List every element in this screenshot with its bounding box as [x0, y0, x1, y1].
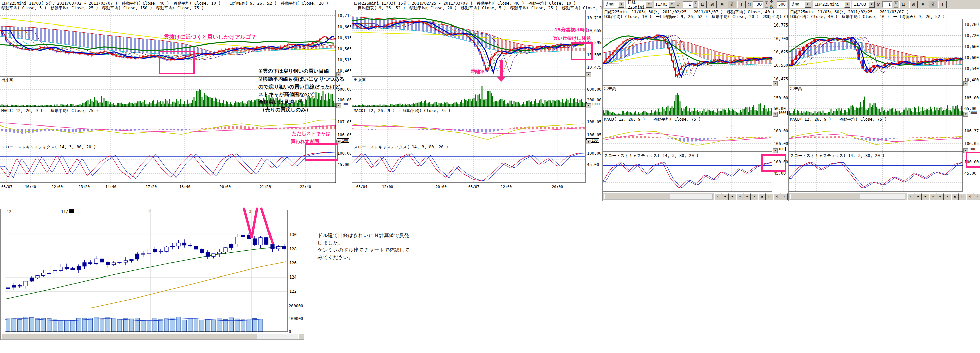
macd-pane-label: MACD( 12, 26, 9 ) 移動平均( Close, 75 )	[604, 117, 701, 122]
stoch-pane-dropdown-icon[interactable]: ▼	[773, 148, 778, 153]
period-button-1[interactable]: 週	[909, 1, 918, 8]
chevron-down-icon[interactable]: ▼	[845, 2, 850, 8]
chevron-down-icon[interactable]: ▼	[618, 2, 624, 8]
period-button-3[interactable]: 分	[929, 1, 937, 8]
chart-nav-button-9[interactable]: ✕	[974, 193, 980, 200]
contract-month-dropdown[interactable]: 11/03▼	[654, 1, 675, 8]
bar-size-input[interactable]: 1	[882, 2, 892, 8]
bar-type-label: 足	[676, 2, 681, 7]
chart-nav-button-2[interactable]: ▶	[729, 193, 736, 200]
stochastics-pane-label: スロー・ストキャスティクス( 14, 3, 80, 20 )	[604, 153, 699, 159]
trading-app-workspace: { "colors": { "up": "#dd0000", "down": "…	[0, 0, 980, 353]
time-axis-label: 20:00	[220, 184, 231, 189]
chart-nav-button-3[interactable]: »	[929, 193, 936, 200]
spinner-icon[interactable]: ⇅	[894, 2, 898, 8]
price-axis-label: 10,625	[773, 50, 788, 54]
contract-month-dropdown[interactable]: 11/03▼	[852, 1, 875, 8]
period-button-0[interactable]: 日	[899, 1, 908, 8]
macd-pane-dropdown-icon[interactable]: ▼	[963, 112, 968, 117]
period-button-2[interactable]: 月	[718, 1, 726, 8]
period-button-2[interactable]: 月	[919, 1, 927, 8]
price-axis-label: 10,600	[964, 56, 978, 60]
volume-pane-label: 出来高	[604, 86, 616, 92]
chevron-down-icon[interactable]: ▼	[646, 2, 652, 8]
note-annotation-text: ②移動平均線も横ばいになりつつある	[258, 76, 344, 82]
highlight-rectangle-1	[305, 143, 338, 161]
chart-nav-button-4[interactable]: +	[744, 193, 751, 200]
note-annotation-text: 新規買いは見送った	[258, 99, 304, 105]
bar-count-input[interactable]: 500	[776, 2, 787, 8]
volume-pane-dropdown-icon[interactable]: ▼	[773, 81, 778, 86]
spinner-icon[interactable]: ⇅	[765, 2, 768, 8]
instrument-dropdown[interactable]: 日経225mini▼	[813, 1, 851, 8]
chart-nav-button-1[interactable]: ◀	[915, 193, 921, 200]
chart-nav-button-0[interactable]: «	[714, 193, 721, 200]
daily-horizontal-scrollbar[interactable]	[1, 334, 304, 340]
note-annotation-text: ので戻り狙いの買い目線だったけど、	[258, 84, 345, 90]
time-axis-label: 03/07	[2, 184, 13, 189]
instrument-dropdown[interactable]: 日経225mini▼	[626, 1, 652, 8]
horizontal-scrollbar[interactable]	[790, 194, 905, 200]
instrument-type-dropdown[interactable]: 先物▼	[604, 1, 625, 8]
daily-volume-axis-label: 200000	[289, 304, 303, 308]
chart-nav-button-9[interactable]: ✕	[781, 193, 788, 200]
price-axis-label: 10,475	[587, 65, 601, 70]
macd-axis-label: 106.00	[773, 141, 788, 146]
scrollbar-thumb[interactable]	[605, 194, 670, 199]
volume-pane-dropdown-icon[interactable]: ▼	[586, 73, 591, 77]
daily-date-label: 12	[7, 209, 11, 214]
minute-value-input[interactable]: 30	[753, 2, 763, 8]
chart-nav-button-8[interactable]: ▷|	[773, 193, 780, 200]
chart-nav-button-3[interactable]: »	[737, 193, 743, 200]
chart-nav-button-1[interactable]: ◀	[722, 193, 729, 200]
price-axis-label: 10,550	[773, 63, 788, 68]
daily-scrollbar-grip[interactable]	[298, 334, 304, 339]
chart-nav-button-6[interactable]: ▣	[759, 193, 765, 200]
chart-bottom-bar: «◀▶»+−▣▷▷|✕	[603, 192, 788, 200]
bar-size-input[interactable]: 1	[682, 2, 693, 8]
time-axis-label: 17:20	[146, 184, 157, 189]
chart-nav-button-6[interactable]: ▣	[951, 193, 959, 200]
time-axis-label: 10:40	[25, 184, 36, 189]
period-button-4[interactable]: T	[737, 1, 746, 8]
daily-price-axis-label: 124	[289, 275, 297, 280]
time-axis-label: 20:00	[552, 184, 563, 189]
chevron-down-icon[interactable]: ▼	[869, 2, 875, 8]
scrollbar-thumb[interactable]	[791, 194, 860, 199]
horizontal-scrollbar[interactable]	[604, 194, 713, 200]
macd-pane-dropdown-icon[interactable]: ▼	[773, 112, 778, 117]
stoch-axis-label: 100.00	[337, 151, 351, 156]
stoch-axis-label: 45.00	[337, 162, 349, 167]
chevron-down-icon[interactable]: ▼	[805, 2, 811, 8]
price-axis-label: 10,565	[337, 47, 351, 51]
daily-price-axis-label: 130	[289, 232, 297, 237]
period-button-0[interactable]: 日	[698, 1, 707, 8]
chart-nav-button-2[interactable]: ▶	[922, 193, 929, 200]
period-button-3[interactable]: 分	[728, 1, 736, 8]
instrument-type-dropdown[interactable]: 先物▼	[790, 1, 811, 8]
chart-nav-button-4[interactable]: +	[937, 193, 944, 200]
period-button-1[interactable]: 週	[708, 1, 716, 8]
chart-nav-button-5[interactable]: −	[944, 193, 951, 200]
macd-pane-dropdown-icon[interactable]: ▼	[336, 103, 341, 108]
chart-nav-button-7[interactable]: ▷	[959, 193, 966, 200]
volume-axis-label: 200.00	[337, 98, 351, 102]
daily-scrollbar-thumb[interactable]	[2, 334, 257, 339]
macd-pane-dropdown-icon[interactable]: ▼	[586, 103, 591, 108]
chart-toolbar: 先物▼日経225mini▼11/03▼足1⇅日週月分T分30⇅本数500	[603, 0, 788, 9]
spinner-icon[interactable]: ⇅	[694, 2, 697, 8]
combo-value: 日経225mini	[813, 2, 845, 7]
chevron-down-icon[interactable]: ▼	[669, 2, 675, 8]
period-button-4[interactable]: T	[939, 1, 947, 8]
volume-pane-label: 出来高	[354, 77, 366, 83]
chart-nav-button-8[interactable]: ▷|	[966, 193, 973, 200]
price-axis-label: 10,715	[587, 16, 601, 21]
chart-nav-button-5[interactable]: −	[751, 193, 758, 200]
stoch-pane-dropdown-icon[interactable]: ▼	[586, 140, 591, 144]
volume-pane-dropdown-icon[interactable]: ▼	[963, 81, 968, 86]
chart-nav-button-0[interactable]: «	[907, 193, 914, 200]
stochastics-pane-label: スロー・ストキャスティクス( 14, 3, 80, 20 )	[790, 153, 885, 159]
pink-annotation-text: 買われすぎ圏	[291, 138, 319, 145]
chart-nav-button-7[interactable]: ▷	[766, 193, 773, 200]
time-axis-label: 12:00	[52, 184, 63, 189]
